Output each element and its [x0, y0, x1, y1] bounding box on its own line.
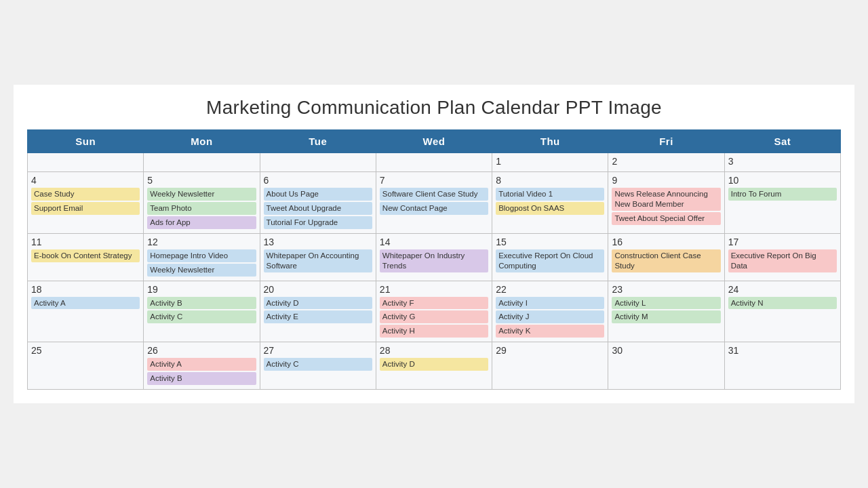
day-cell: 4Case StudySupport Email [28, 171, 144, 233]
day-number: 22 [496, 284, 604, 295]
day-cell: 12Homepage Intro VideoWeekly Newsletter [144, 233, 260, 281]
day-number: 25 [31, 345, 140, 356]
day-number: 26 [147, 345, 256, 356]
day-cell [376, 152, 492, 171]
day-cell: 1 [492, 152, 608, 171]
day-cell [260, 152, 376, 171]
week-row-2: 11E-book On Content Strategy12Homepage I… [28, 233, 841, 281]
calendar-event: Activity D [380, 358, 488, 371]
day-number: 24 [728, 284, 837, 295]
day-cell: 13Whitepaper On Accounting Software [260, 233, 376, 281]
day-cell: 22Activity IActivity JActivity K [492, 281, 608, 342]
day-number: 8 [496, 175, 604, 186]
page-title: Marketing Communication Plan Calendar PP… [27, 97, 841, 119]
calendar-event: Intro To Forum [728, 188, 837, 201]
day-cell: 26Activity AActivity B [144, 342, 260, 390]
day-cell: 31 [724, 342, 840, 390]
day-number: 18 [31, 284, 140, 295]
calendar-event: Activity F [380, 297, 488, 310]
calendar-event: Activity M [612, 310, 720, 323]
day-cell: 17Executive Report On Big Data [724, 233, 840, 281]
calendar-event: Whitepaper On Accounting Software [264, 249, 372, 272]
day-number: 14 [380, 237, 488, 247]
calendar-event: E-book On Content Strategy [31, 249, 140, 262]
day-number: 21 [380, 284, 488, 295]
day-cell: 9News Release Announcing New Board Membe… [608, 171, 724, 233]
day-cell: 11E-book On Content Strategy [28, 233, 144, 281]
week-row-3: 18Activity A19Activity BActivity C20Acti… [28, 281, 841, 342]
day-cell [144, 152, 260, 171]
calendar-event: Ads for App [147, 216, 256, 229]
day-number: 16 [612, 237, 720, 247]
calendar-event: Activity E [264, 310, 372, 323]
calendar-event: Activity A [31, 297, 140, 310]
day-number: 9 [612, 175, 720, 186]
day-number: 2 [612, 156, 720, 167]
col-header-mon: Mon [144, 129, 260, 152]
day-number: 3 [728, 156, 837, 167]
day-number: 1 [496, 156, 604, 167]
calendar-event: Team Photo [147, 202, 256, 215]
col-header-sat: Sat [724, 129, 840, 152]
col-header-thu: Thu [492, 129, 608, 152]
calendar-event: Construction Client Case Study [612, 249, 720, 272]
calendar-event: Tutorial Video 1 [496, 188, 604, 201]
calendar-event: Activity N [728, 297, 837, 310]
calendar-event: Tweet About Upgrade [264, 202, 372, 215]
day-number: 12 [147, 237, 256, 247]
day-cell: 15Executive Report On Cloud Computing [492, 233, 608, 281]
day-number: 15 [496, 237, 604, 247]
col-header-fri: Fri [608, 129, 724, 152]
calendar-event: Activity K [496, 325, 604, 338]
day-number: 28 [380, 345, 488, 356]
calendar-event: Activity B [147, 372, 256, 385]
calendar-event: Homepage Intro Video [147, 249, 256, 262]
calendar-event: Blogpost On SAAS [496, 202, 604, 215]
day-number: 30 [612, 345, 720, 356]
day-number: 27 [264, 345, 372, 356]
day-cell: 3 [724, 152, 840, 171]
calendar-event: About Us Page [264, 188, 372, 201]
day-cell: 24Activity N [724, 281, 840, 342]
day-number: 5 [147, 175, 256, 186]
calendar-event: Executive Report On Cloud Computing [496, 249, 604, 272]
day-cell: 28Activity D [376, 342, 492, 390]
col-header-wed: Wed [376, 129, 492, 152]
col-header-tue: Tue [260, 129, 376, 152]
calendar-event: Tweet About Special Offer [612, 212, 720, 225]
day-number: 13 [264, 237, 372, 247]
week-row-4: 2526Activity AActivity B27Activity C28Ac… [28, 342, 841, 390]
calendar-event: Support Email [31, 202, 140, 215]
calendar-event: Whitepaper On Industry Trends [380, 249, 488, 272]
day-cell: 14Whitepaper On Industry Trends [376, 233, 492, 281]
day-cell: 7Software Client Case StudyNew Contact P… [376, 171, 492, 233]
day-number: 19 [147, 284, 256, 295]
day-number: 4 [31, 175, 140, 186]
day-number: 7 [380, 175, 488, 186]
calendar-event: Activity H [380, 325, 488, 338]
day-cell: 25 [28, 342, 144, 390]
col-header-sun: Sun [28, 129, 144, 152]
day-cell: 23Activity LActivity M [608, 281, 724, 342]
calendar-event: Activity I [496, 297, 604, 310]
calendar-event: News Release Announcing New Board Member [612, 188, 720, 211]
day-number: 17 [728, 237, 837, 247]
calendar-event: Case Study [31, 188, 140, 201]
page-wrapper: Marketing Communication Plan Calendar PP… [14, 85, 854, 403]
day-cell: 8Tutorial Video 1Blogpost On SAAS [492, 171, 608, 233]
day-cell: 2 [608, 152, 724, 171]
calendar-event: Executive Report On Big Data [728, 249, 837, 272]
calendar-event: Activity J [496, 310, 604, 323]
day-cell: 27Activity C [260, 342, 376, 390]
day-number: 20 [264, 284, 372, 295]
calendar-event: Activity C [264, 358, 372, 371]
day-cell: 6About Us PageTweet About UpgradeTutoria… [260, 171, 376, 233]
day-cell: 19Activity BActivity C [144, 281, 260, 342]
day-cell [28, 152, 144, 171]
calendar-event: Activity D [264, 297, 372, 310]
day-cell: 16Construction Client Case Study [608, 233, 724, 281]
day-number: 10 [728, 175, 837, 186]
day-number: 6 [264, 175, 372, 186]
day-cell: 10Intro To Forum [724, 171, 840, 233]
calendar-event: Software Client Case Study [380, 188, 488, 201]
